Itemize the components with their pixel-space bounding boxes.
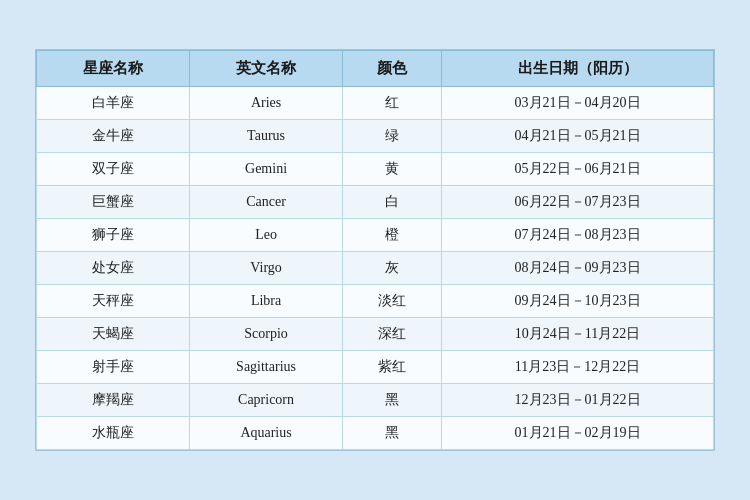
cell-r8-c1: Sagittarius (190, 351, 343, 384)
cell-r7-c2: 深红 (343, 318, 442, 351)
cell-r9-c3: 12月23日－01月22日 (442, 384, 714, 417)
cell-r5-c2: 灰 (343, 252, 442, 285)
cell-r0-c2: 红 (343, 87, 442, 120)
header-col-3: 出生日期（阳历） (442, 51, 714, 87)
cell-r4-c2: 橙 (343, 219, 442, 252)
cell-r5-c0: 处女座 (37, 252, 190, 285)
cell-r1-c0: 金牛座 (37, 120, 190, 153)
table-row: 天蝎座Scorpio深红10月24日－11月22日 (37, 318, 714, 351)
table-row: 天秤座Libra淡红09月24日－10月23日 (37, 285, 714, 318)
cell-r1-c1: Taurus (190, 120, 343, 153)
table-row: 金牛座Taurus绿04月21日－05月21日 (37, 120, 714, 153)
cell-r0-c3: 03月21日－04月20日 (442, 87, 714, 120)
table-body: 白羊座Aries红03月21日－04月20日金牛座Taurus绿04月21日－0… (37, 87, 714, 450)
cell-r5-c1: Virgo (190, 252, 343, 285)
cell-r2-c2: 黄 (343, 153, 442, 186)
cell-r4-c3: 07月24日－08月23日 (442, 219, 714, 252)
cell-r8-c0: 射手座 (37, 351, 190, 384)
header-col-2: 颜色 (343, 51, 442, 87)
cell-r1-c2: 绿 (343, 120, 442, 153)
table-row: 射手座Sagittarius紫红11月23日－12月22日 (37, 351, 714, 384)
cell-r4-c0: 狮子座 (37, 219, 190, 252)
cell-r3-c2: 白 (343, 186, 442, 219)
cell-r10-c2: 黑 (343, 417, 442, 450)
cell-r10-c3: 01月21日－02月19日 (442, 417, 714, 450)
table-row: 双子座Gemini黄05月22日－06月21日 (37, 153, 714, 186)
cell-r9-c1: Capricorn (190, 384, 343, 417)
cell-r10-c1: Aquarius (190, 417, 343, 450)
cell-r0-c1: Aries (190, 87, 343, 120)
cell-r2-c1: Gemini (190, 153, 343, 186)
cell-r1-c3: 04月21日－05月21日 (442, 120, 714, 153)
cell-r8-c2: 紫红 (343, 351, 442, 384)
cell-r7-c1: Scorpio (190, 318, 343, 351)
cell-r6-c3: 09月24日－10月23日 (442, 285, 714, 318)
table-row: 水瓶座Aquarius黑01月21日－02月19日 (37, 417, 714, 450)
table-row: 狮子座Leo橙07月24日－08月23日 (37, 219, 714, 252)
cell-r4-c1: Leo (190, 219, 343, 252)
table-header-row: 星座名称英文名称颜色出生日期（阳历） (37, 51, 714, 87)
cell-r3-c0: 巨蟹座 (37, 186, 190, 219)
cell-r7-c0: 天蝎座 (37, 318, 190, 351)
cell-r10-c0: 水瓶座 (37, 417, 190, 450)
zodiac-table: 星座名称英文名称颜色出生日期（阳历） 白羊座Aries红03月21日－04月20… (36, 50, 714, 450)
table-row: 白羊座Aries红03月21日－04月20日 (37, 87, 714, 120)
header-col-1: 英文名称 (190, 51, 343, 87)
cell-r8-c3: 11月23日－12月22日 (442, 351, 714, 384)
cell-r6-c1: Libra (190, 285, 343, 318)
table-row: 处女座Virgo灰08月24日－09月23日 (37, 252, 714, 285)
cell-r3-c1: Cancer (190, 186, 343, 219)
cell-r6-c0: 天秤座 (37, 285, 190, 318)
cell-r5-c3: 08月24日－09月23日 (442, 252, 714, 285)
table-row: 摩羯座Capricorn黑12月23日－01月22日 (37, 384, 714, 417)
cell-r9-c2: 黑 (343, 384, 442, 417)
cell-r7-c3: 10月24日－11月22日 (442, 318, 714, 351)
table-row: 巨蟹座Cancer白06月22日－07月23日 (37, 186, 714, 219)
header-col-0: 星座名称 (37, 51, 190, 87)
cell-r2-c3: 05月22日－06月21日 (442, 153, 714, 186)
cell-r2-c0: 双子座 (37, 153, 190, 186)
cell-r6-c2: 淡红 (343, 285, 442, 318)
cell-r9-c0: 摩羯座 (37, 384, 190, 417)
zodiac-table-container: 星座名称英文名称颜色出生日期（阳历） 白羊座Aries红03月21日－04月20… (35, 49, 715, 451)
cell-r3-c3: 06月22日－07月23日 (442, 186, 714, 219)
cell-r0-c0: 白羊座 (37, 87, 190, 120)
